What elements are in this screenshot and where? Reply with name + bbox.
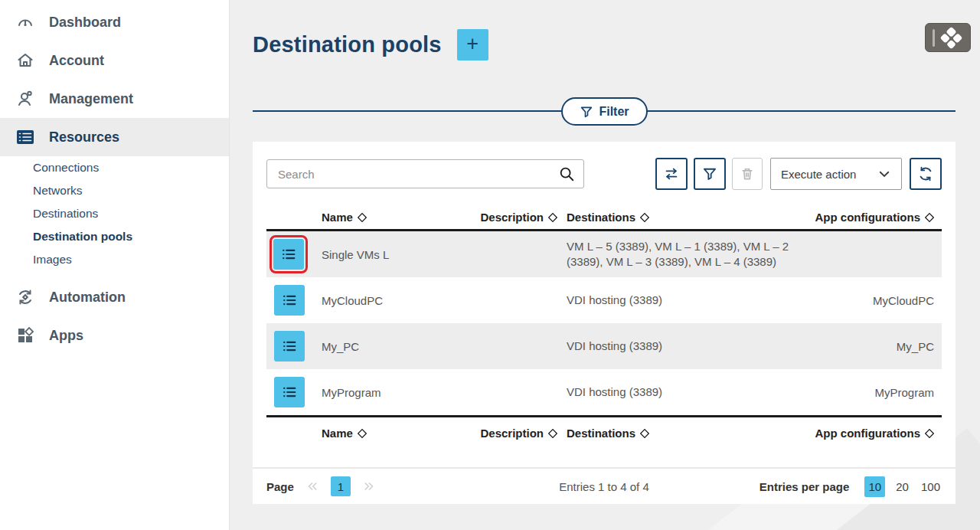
last-page-icon[interactable] xyxy=(361,479,377,493)
filter-button[interactable]: Filter xyxy=(561,97,648,126)
execute-action-dropdown[interactable]: Execute action xyxy=(770,158,902,190)
table-footer-header-row: Name Description Destinations App config… xyxy=(266,415,942,449)
sidebar-item-destinations[interactable]: Destinations xyxy=(0,202,229,225)
add-destination-pool-button[interactable]: + xyxy=(457,29,488,61)
list-icon xyxy=(281,292,298,309)
first-page-icon[interactable] xyxy=(305,479,320,493)
table-row[interactable]: MyCloudPC VDI hosting (3389) MyCloudPC xyxy=(266,277,942,323)
list-icon xyxy=(281,338,298,355)
column-header-description[interactable]: Description xyxy=(459,211,557,224)
sidebar-item-label: Automation xyxy=(49,290,126,306)
sidebar-item-apps[interactable]: Apps xyxy=(0,316,229,355)
pinwheel-icon xyxy=(940,26,963,49)
sort-icon xyxy=(358,212,367,223)
page-size-option-20[interactable]: 20 xyxy=(894,477,910,496)
sort-icon xyxy=(640,428,649,439)
list-icon xyxy=(280,246,297,263)
sidebar-item-connections[interactable]: Connections xyxy=(0,156,229,179)
filter-button-label: Filter xyxy=(599,105,629,119)
page-size-option-10[interactable]: 10 xyxy=(864,476,885,497)
column-header-app-configurations[interactable]: App configurations xyxy=(810,211,942,224)
swap-arrows-icon xyxy=(663,165,680,182)
sidebar-item-label: Resources xyxy=(49,129,119,146)
sidebar-item-label: Images xyxy=(33,253,72,267)
cell-name: MyProgram xyxy=(314,386,459,399)
table-filter-button[interactable] xyxy=(694,158,726,190)
main-content: Destination pools + Filter xyxy=(230,0,980,530)
cell-destinations: VDI hosting (3389) xyxy=(557,286,810,314)
sidebar-item-label: Destination pools xyxy=(33,230,132,244)
refresh-button[interactable] xyxy=(910,158,942,190)
cell-app-configurations: MyCloudPC xyxy=(810,294,942,307)
cell-app-configurations: My_PC xyxy=(810,340,942,353)
cell-destinations: VDI hosting (3389) xyxy=(557,378,810,406)
sort-icon xyxy=(548,428,557,439)
apps-icon xyxy=(15,326,35,345)
sort-icon xyxy=(548,212,557,223)
table-row[interactable]: My_PC VDI hosting (3389) My_PC xyxy=(266,323,942,369)
row-details-button[interactable] xyxy=(274,377,305,407)
widget-handle xyxy=(933,29,935,47)
automation-icon xyxy=(15,287,35,307)
row-details-button[interactable] xyxy=(273,239,304,270)
sidebar-item-label: Apps xyxy=(49,328,83,344)
people-icon xyxy=(15,89,35,109)
refresh-icon xyxy=(917,165,934,182)
column-header-name[interactable]: Name xyxy=(314,211,459,224)
sidebar-item-label: Account xyxy=(49,53,104,69)
sidebar-item-destination-pools[interactable]: Destination pools xyxy=(0,225,229,248)
sidebar-item-dashboard[interactable]: Dashboard xyxy=(0,3,229,41)
sort-icon xyxy=(358,428,367,439)
execute-action-label: Execute action xyxy=(781,168,856,181)
sort-icon xyxy=(925,428,934,439)
table-header-row: Name Description Destinations App config… xyxy=(266,205,942,231)
funnel-icon xyxy=(580,105,593,119)
sidebar-item-resources[interactable]: Resources xyxy=(0,118,229,156)
cell-name: MyCloudPC xyxy=(314,294,459,307)
sidebar-item-label: Destinations xyxy=(33,207,98,221)
sidebar-item-label: Connections xyxy=(33,161,99,175)
sidebar-item-management[interactable]: Management xyxy=(0,80,229,118)
funnel-icon xyxy=(702,166,717,182)
sidebar-item-label: Networks xyxy=(33,184,83,198)
destination-pools-panel: Execute action xyxy=(253,142,956,504)
column-header-destinations[interactable]: Destinations xyxy=(557,427,810,440)
column-header-app-configurations[interactable]: App configurations xyxy=(810,427,942,440)
column-header-description[interactable]: Description xyxy=(459,427,557,440)
sidebar-item-networks[interactable]: Networks xyxy=(0,179,229,202)
sidebar-item-images[interactable]: Images xyxy=(0,248,229,271)
sidebar-item-automation[interactable]: Automation xyxy=(0,278,229,316)
sidebar: Dashboard Account Management Resour xyxy=(0,0,230,530)
trash-icon xyxy=(740,166,755,182)
cell-name: My_PC xyxy=(314,340,459,353)
destination-pools-table: Name Description Destinations App config… xyxy=(266,205,942,449)
search-icon[interactable] xyxy=(558,165,575,185)
table-row[interactable]: Single VMs L VM L – 5 (3389), VM L – 1 (… xyxy=(266,231,942,277)
sort-icon xyxy=(640,212,649,223)
column-header-destinations[interactable]: Destinations xyxy=(557,211,810,224)
sidebar-item-account[interactable]: Account xyxy=(0,41,229,80)
page-label: Page xyxy=(266,480,294,493)
table-row[interactable]: MyProgram VDI hosting (3389) MyProgram xyxy=(266,369,942,415)
gauge-icon xyxy=(15,12,35,32)
overlay-widget-button[interactable] xyxy=(925,23,971,52)
cell-destinations: VDI hosting (3389) xyxy=(557,332,810,360)
cell-app-configurations: MyProgram xyxy=(810,386,942,399)
servers-icon xyxy=(15,127,35,147)
highlight-box xyxy=(270,235,308,273)
list-icon xyxy=(281,384,298,401)
page-size-option-100[interactable]: 100 xyxy=(920,477,942,496)
home-icon xyxy=(15,51,35,70)
sidebar-item-label: Dashboard xyxy=(49,15,121,31)
delete-button[interactable] xyxy=(732,158,763,190)
sort-icon xyxy=(925,212,934,223)
row-details-button[interactable] xyxy=(274,331,305,362)
page-number-button[interactable]: 1 xyxy=(331,476,351,496)
cell-name: Single VMs L xyxy=(314,248,459,261)
column-header-name[interactable]: Name xyxy=(314,427,459,440)
search-input[interactable] xyxy=(266,159,584,188)
page-title: Destination pools xyxy=(253,32,442,57)
row-details-button[interactable] xyxy=(274,285,305,316)
swap-columns-button[interactable] xyxy=(655,158,688,190)
entries-per-page-label: Entries per page xyxy=(760,480,850,493)
